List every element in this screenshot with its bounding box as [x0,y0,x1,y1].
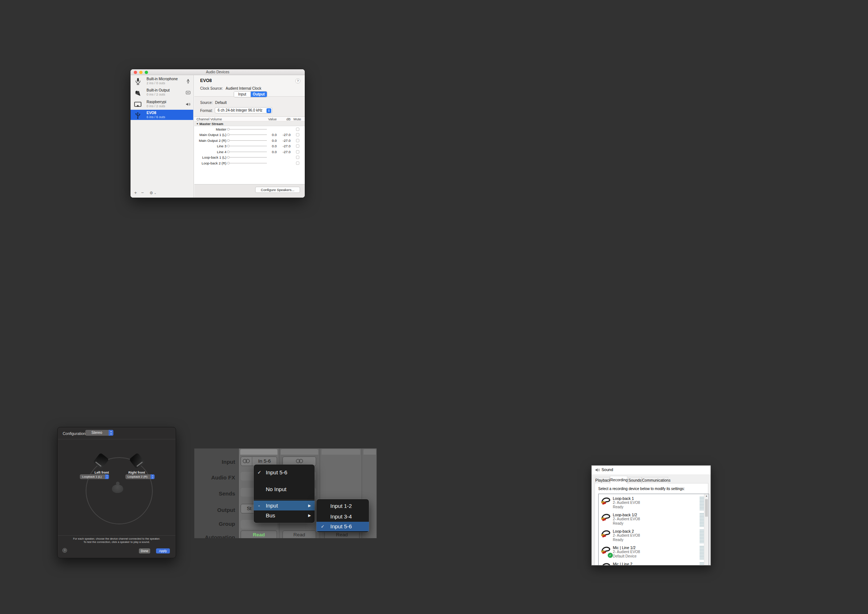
submenu-item-input-3-4[interactable]: Input 3-4 [316,511,369,522]
strip-header[interactable] [281,449,318,455]
volume-slider[interactable] [227,139,230,142]
automation-read-button[interactable]: Read [282,530,316,538]
volume-slider[interactable] [227,145,230,147]
level-meter [699,496,704,510]
left-channel-dropdown[interactable]: Loopback 1 (L) ▲▼ [80,474,109,479]
strip-header[interactable] [322,449,360,455]
disclosure-icon[interactable]: ▼ [196,121,199,126]
recording-device-list: Loop-back 1 2- Audient EVO8 Ready Loop-b… [598,494,709,566]
tab-recording[interactable]: Recording [610,476,628,484]
submenu-arrow-icon: ▶ [308,501,311,510]
stereo-format-icon[interactable] [241,457,252,466]
format-dropdown[interactable]: 6 ch 24-bit Integer 96.0 kHz ▲▼ [215,107,272,113]
line-cable-icon [601,562,611,566]
menu-separator [254,499,315,500]
mute-checkbox[interactable] [296,139,299,142]
right-channel-dropdown[interactable]: Loopback 2 (R) ▲▼ [126,474,155,479]
strip-header[interactable] [240,449,277,455]
mute-checkbox[interactable] [296,133,299,136]
sidebar-item-built-in-microphone[interactable]: Built-in Microphone 2 ins / 0 outs [130,76,193,87]
remove-device-button[interactable]: − [141,190,144,195]
device-list-item[interactable]: Loop-back 2 2- Audient EVO8 Ready [599,528,701,545]
apply-button[interactable]: Apply [156,548,170,554]
format-section: Source: Default Format: [194,96,305,117]
device-list-item[interactable]: Loop-back 1 2- Audient EVO8 Ready [599,496,701,512]
check-icon: ✓ [321,522,324,531]
help-button[interactable]: ? [62,548,67,553]
device-list-item[interactable]: Mic | Line 1/2 2- Audient EVO8 Default D… [599,545,701,561]
tab-sounds[interactable]: Sounds [628,477,642,484]
device-list-item[interactable]: Mic | Line 2 [599,561,701,566]
window-title: Audio Devices [130,69,305,75]
submenu-item-input-1-2[interactable]: Input 1-2 [316,501,369,511]
instruction-text: Select a recording device below to modif… [598,487,685,491]
channel-table-header: Channel Volume Value dB Mute [194,117,305,121]
input-output-segmented-control: Input Output [234,91,267,97]
mute-checkbox[interactable] [296,128,299,131]
done-button[interactable]: Done [139,548,150,554]
audio-devices-window: Audio Devices Built-in Microphone 2 ins … [130,69,305,198]
sidebar-item-built-in-output[interactable]: Built-in Output 0 ins / 2 outs [130,87,193,98]
configure-speakers-button[interactable]: Configure Speakers... [255,187,300,193]
input-submenu: Input 1-2 Input 3-4 ✓ Input 5-6 [316,499,369,532]
sound-app-icon [595,467,600,473]
sidebar-item-evo8[interactable]: EVO8 6 ins / 6 outs [130,110,193,120]
submenu-item-input-5-6[interactable]: ✓ Input 5-6 [316,522,369,531]
volume-slider[interactable] [227,128,230,130]
automation-read-button[interactable]: Read [240,530,277,538]
stereo-format-icon [299,459,303,463]
strip-header[interactable] [363,449,376,455]
sidebar-item-raspberrypi[interactable]: Raspberrypi 0 ins / 2 outs [130,99,193,110]
window-title: Sound [601,467,613,472]
volume-slider[interactable] [227,156,230,159]
left-front-label: Left front [85,471,118,474]
mute-checkbox[interactable] [296,150,299,154]
tab-input[interactable]: Input [234,91,251,97]
scrollbar-thumb[interactable] [705,499,708,517]
col-db: dB [277,117,291,121]
help-button[interactable]: ? [295,78,301,84]
titlebar[interactable]: Sound [592,466,710,474]
device-list-item[interactable]: Loop-back 1/2 2- Audient EVO8 Ready [599,512,701,528]
titlebar[interactable]: Audio Devices [130,69,305,75]
device-detail-panel: EVO8 ? Clock Source: Audient Internal Cl… [194,75,305,184]
clock-source-value: Audient Internal Clock [226,87,261,90]
mute-checkbox[interactable] [296,156,299,159]
add-device-button[interactable]: + [134,190,137,195]
scrollbar[interactable]: ▲ [704,494,709,566]
level-meter [699,562,704,566]
device-detail: 6 ins / 6 outs [147,115,165,119]
menu-item-input-5-6[interactable]: ✓ Input 5-6 [254,467,315,478]
clock-source-label: Clock Source: [200,87,223,90]
gear-icon[interactable]: ⚙ [149,190,153,195]
default-alert-output-icon [186,90,191,95]
default-device-check-icon: ✓ [608,552,613,558]
level-meter [699,513,704,527]
stereo-dash-icon: - [258,501,260,510]
configuration-label: Configuration: [63,431,87,436]
tab-output[interactable]: Output [251,91,267,97]
volume-slider[interactable] [227,162,230,164]
menu-item-no-input[interactable]: No Input [254,484,315,495]
mute-checkbox[interactable] [296,161,299,165]
mute-checkbox[interactable] [296,144,299,148]
level-meter [699,546,704,560]
source-value: Default [215,101,227,105]
row-label-automation: Automation [194,534,235,538]
tab-playback[interactable]: Playback [595,477,610,484]
device-sidebar: Built-in Microphone 2 ins / 0 outs Built… [130,75,194,198]
volume-slider[interactable] [227,133,230,136]
menu-item-input-submenu[interactable]: - Input ▶ [254,501,315,510]
configuration-dropdown[interactable]: Stereo ▲▼ [85,430,113,436]
tab-communications[interactable]: Communications [642,477,668,484]
scroll-up-icon[interactable]: ▲ [704,495,709,497]
device-detail: 2 ins / 0 outs [147,81,165,85]
volume-slider[interactable] [227,150,230,153]
usb-icon [134,111,142,119]
window-footer: Configure Speakers... [194,184,305,198]
menu-item-bus-submenu[interactable]: Bus ▶ [254,510,315,520]
master-stream-group-row[interactable]: ▼ Master Stream [194,121,305,126]
check-icon: ✓ [257,467,261,478]
display-icon [134,100,142,108]
gear-chevron-icon[interactable]: ⌄ [154,190,157,195]
